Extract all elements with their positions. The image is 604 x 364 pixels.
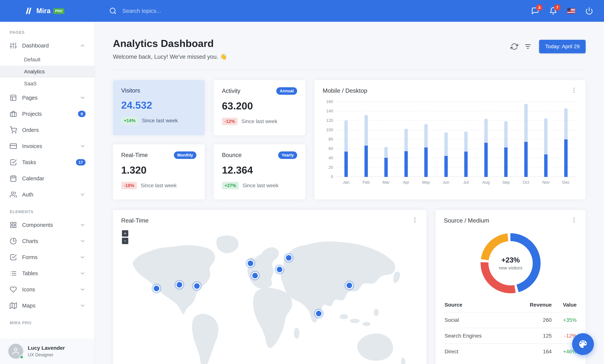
map-marker[interactable] bbox=[246, 258, 255, 268]
period-badge[interactable]: Annual bbox=[276, 87, 297, 95]
period-badge[interactable]: Monthly bbox=[174, 151, 196, 159]
x-axis-label: Sep bbox=[496, 180, 516, 185]
date-range-button[interactable]: Today: April 29 bbox=[539, 40, 586, 53]
map-zoom-in-button[interactable]: + bbox=[122, 230, 128, 237]
source-row-social: Social260+35% bbox=[445, 312, 577, 328]
map-marker[interactable] bbox=[344, 280, 354, 290]
revenue-cell: 164 bbox=[512, 344, 552, 359]
sidebar-subitem-default[interactable]: Default bbox=[0, 54, 95, 66]
refresh-icon bbox=[511, 43, 518, 50]
check-square-icon bbox=[10, 159, 17, 166]
theme-customizer-fab[interactable] bbox=[572, 333, 594, 355]
sidebar-item-forms[interactable]: Forms bbox=[0, 249, 95, 265]
delta-badge: +27% bbox=[222, 182, 239, 189]
x-axis-label: Dec bbox=[556, 180, 576, 185]
delta-badge: +14% bbox=[121, 117, 138, 125]
map-marker[interactable] bbox=[314, 309, 324, 318]
sidebar-item-projects[interactable]: Projects8 bbox=[0, 106, 95, 122]
page-title: Analytics Dashboard bbox=[113, 38, 227, 49]
notifications-button[interactable]: 7 bbox=[547, 4, 560, 17]
sidebar-item-tasks[interactable]: Tasks17 bbox=[0, 154, 95, 170]
chevron-down-icon bbox=[79, 238, 86, 244]
language-button[interactable] bbox=[565, 4, 578, 17]
y-axis-label: 60 bbox=[321, 146, 333, 151]
sidebar-subitem-analytics[interactable]: Analytics bbox=[0, 66, 95, 78]
sidebar-item-label: Tasks bbox=[22, 159, 36, 165]
map-marker[interactable] bbox=[250, 271, 260, 280]
credit-card-icon bbox=[10, 143, 17, 150]
bar-dec bbox=[556, 102, 576, 177]
sidebar-item-auth[interactable]: Auth bbox=[0, 187, 95, 203]
us-flag-icon bbox=[567, 8, 575, 14]
brand[interactable]: Mira PRO bbox=[0, 6, 95, 15]
sidebar-item-label: Calendar bbox=[22, 176, 44, 182]
sidebar-item-label: Icons bbox=[22, 287, 35, 293]
map-marker[interactable] bbox=[175, 280, 184, 290]
sidebar-item-icons[interactable]: Icons bbox=[0, 281, 95, 298]
map-zoom-out-button[interactable]: − bbox=[122, 238, 128, 244]
mira-logo-icon bbox=[24, 6, 33, 15]
x-axis-label: Nov bbox=[536, 180, 556, 185]
map-marker[interactable] bbox=[151, 284, 161, 293]
search-input[interactable] bbox=[122, 7, 226, 14]
bar-jan bbox=[336, 102, 356, 177]
stat-caption: Since last week bbox=[142, 118, 178, 124]
palette-icon bbox=[578, 339, 588, 349]
donut-center-label: new visitors bbox=[499, 265, 522, 271]
continent-australia bbox=[357, 333, 393, 361]
filter-button[interactable] bbox=[521, 40, 535, 53]
map-menu-button[interactable] bbox=[412, 217, 418, 224]
stat-value: 12.364 bbox=[222, 164, 297, 176]
bar-aug bbox=[476, 102, 496, 177]
stat-card-visitors: Visitors24.532+14%Since last week bbox=[113, 80, 205, 135]
map-marker[interactable] bbox=[192, 281, 202, 291]
search-icon bbox=[109, 7, 117, 15]
y-axis-label: 120 bbox=[321, 118, 333, 123]
sidebar-item-tables[interactable]: Tables bbox=[0, 265, 95, 281]
sidebar-item-label: Invoices bbox=[22, 143, 42, 149]
sidebar-item-orders[interactable]: Orders bbox=[0, 122, 95, 138]
chart-menu-button[interactable] bbox=[571, 87, 577, 94]
bar-nov bbox=[536, 102, 556, 177]
messages-button[interactable]: 3 bbox=[528, 4, 542, 17]
island-philippines bbox=[374, 309, 379, 316]
power-icon bbox=[585, 7, 593, 15]
x-axis-label: Jun bbox=[436, 180, 456, 185]
sidebar-item-components[interactable]: Components bbox=[0, 217, 95, 233]
sidebar-user[interactable]: Lucy Lavender UX Designer bbox=[0, 339, 95, 364]
map-marker[interactable] bbox=[275, 264, 284, 274]
source-cell: Social bbox=[445, 312, 512, 328]
sidebar-item-invoices[interactable]: Invoices bbox=[0, 138, 95, 154]
stat-card-real-time: Real-TimeMonthly1.320-18%Since last week bbox=[113, 144, 205, 200]
chevron-down-icon bbox=[79, 270, 86, 276]
map-card-title: Real-Time bbox=[121, 217, 149, 224]
sidebar-item-pages[interactable]: Pages bbox=[0, 90, 95, 106]
source-cell: Search Engines bbox=[445, 328, 512, 344]
x-axis-label: Jan bbox=[336, 180, 356, 185]
world-map[interactable] bbox=[117, 227, 423, 364]
bar-oct bbox=[516, 102, 536, 177]
stat-value: 63.200 bbox=[222, 100, 297, 112]
sliders-icon bbox=[10, 42, 17, 49]
sidebar-item-charts[interactable]: Charts bbox=[0, 233, 95, 249]
sidebar-item-maps[interactable]: Maps bbox=[0, 298, 95, 314]
stat-value: 24.532 bbox=[121, 99, 196, 111]
chevron-down-icon bbox=[79, 222, 86, 228]
delta-badge: -12% bbox=[222, 118, 238, 125]
source-menu-button[interactable] bbox=[571, 217, 577, 224]
x-axis-label: Mar bbox=[376, 180, 396, 185]
sidebar-item-dashboard[interactable]: Dashboard bbox=[0, 38, 95, 54]
continent-south-america bbox=[192, 314, 218, 364]
delta-badge: -18% bbox=[121, 182, 137, 189]
sign-out-button[interactable] bbox=[583, 4, 596, 17]
source-card-title: Source / Medium bbox=[444, 217, 489, 224]
map-marker[interactable] bbox=[284, 253, 294, 263]
grid-icon bbox=[10, 221, 17, 228]
sidebar-subitem-saas[interactable]: SaaS bbox=[0, 78, 95, 90]
sidebar-item-calendar[interactable]: Calendar bbox=[0, 170, 95, 187]
alerts-count-badge: 7 bbox=[554, 4, 560, 11]
period-badge[interactable]: Yearly bbox=[278, 151, 297, 159]
revenue-cell: 125 bbox=[512, 328, 552, 344]
sidebar-item-label: Pages bbox=[22, 95, 38, 101]
refresh-button[interactable] bbox=[508, 40, 521, 53]
